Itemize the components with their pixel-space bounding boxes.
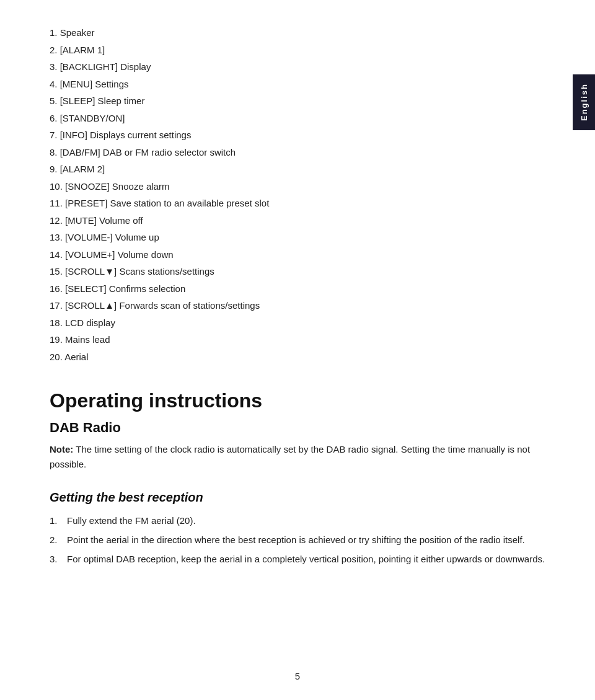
list-item: 14. [VOLUME+] Volume down: [50, 247, 545, 263]
list-item-text: Fully extend the FM aerial (20).: [67, 513, 545, 529]
list-item: 12. [MUTE] Volume off: [50, 213, 545, 229]
list-item-text: For optimal DAB reception, keep the aeri…: [67, 552, 545, 567]
list-item: 8. [DAB/FM] DAB or FM radio selector swi…: [50, 144, 545, 161]
list-item: 4. [MENU] Settings: [50, 76, 545, 92]
list-item: 17. [SCROLL▲] Forwards scan of stations/…: [50, 298, 545, 314]
list-item: 11. [PRESET] Save station to an availabl…: [50, 195, 545, 211]
note-prefix: Note:: [50, 444, 73, 454]
list-item-number: 2.: [50, 533, 62, 548]
note-text: The time setting of the clock radio is a…: [50, 444, 530, 469]
page-number: 5: [295, 671, 300, 681]
list-item: 20. Aerial: [50, 349, 545, 365]
note-block: Note: The time setting of the clock radi…: [50, 442, 545, 472]
list-item: 10. [SNOOZE] Snooze alarm: [50, 179, 545, 195]
list-item: 1. Speaker: [50, 25, 545, 41]
list-item: 1.Fully extend the FM aerial (20).: [50, 513, 545, 529]
list-item: 15. [SCROLL▼] Scans stations/settings: [50, 264, 545, 280]
list-item: 9. [ALARM 2]: [50, 161, 545, 177]
list-item-number: 3.: [50, 552, 62, 567]
list-item: 2. [ALARM 1]: [50, 42, 545, 58]
reception-list: 1.Fully extend the FM aerial (20).2.Poin…: [50, 513, 545, 567]
list-item-text: Point the aerial in the direction where …: [67, 533, 545, 548]
list-item: 18. LCD display: [50, 315, 545, 331]
list-item: 16. [SELECT] Confirms selection: [50, 281, 545, 297]
list-item: 3. [BACKLIGHT] Display: [50, 59, 545, 75]
list-item: 13. [VOLUME-] Volume up: [50, 229, 545, 246]
dab-radio-subheading: DAB Radio: [50, 420, 545, 436]
operating-instructions-heading: Operating instructions: [50, 389, 545, 412]
list-item: 2.Point the aerial in the direction wher…: [50, 533, 545, 548]
list-item: 7. [INFO] Displays current settings: [50, 127, 545, 143]
list-item: 5. [SLEEP] Sleep timer: [50, 93, 545, 109]
page-container: English 1. Speaker2. [ALARM 1]3. [BACKLI…: [0, 0, 595, 700]
reception-heading: Getting the best reception: [50, 490, 545, 505]
list-item: 19. Mains lead: [50, 332, 545, 348]
list-item: 6. [STANDBY/ON]: [50, 110, 545, 126]
list-item: 3.For optimal DAB reception, keep the ae…: [50, 552, 545, 567]
items-list: 1. Speaker2. [ALARM 1]3. [BACKLIGHT] Dis…: [50, 25, 545, 365]
sidebar-language-label: English: [573, 74, 595, 130]
list-item-number: 1.: [50, 513, 62, 529]
